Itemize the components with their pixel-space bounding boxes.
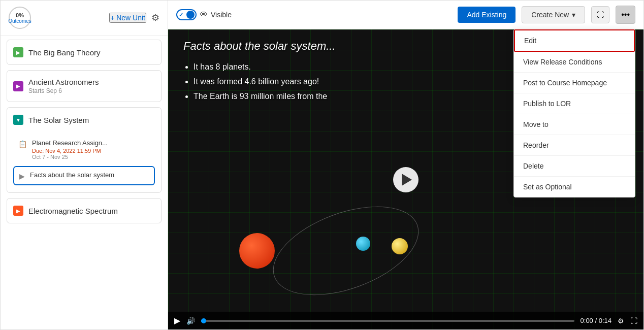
- unit-item-big-bang: ▶ The Big Bang Theory: [7, 40, 162, 65]
- menu-item-reorder[interactable]: Reorder: [514, 135, 635, 156]
- video-bullet-1: It has 8 planets.: [194, 60, 327, 75]
- video-bullet-3: The Earth is 93 million miles from the: [194, 89, 327, 104]
- add-existing-button[interactable]: Add Existing: [458, 7, 516, 23]
- sidebar: 0% Outcomes + New Unit ⚙ ▶ The Big Bang …: [1, 1, 168, 329]
- document-icon: 📋: [18, 140, 27, 148]
- unit-title-em-spectrum: Electromagnetic Spectrum: [28, 207, 118, 215]
- menu-item-view-release[interactable]: View Release Conditions: [514, 52, 635, 73]
- menu-item-edit[interactable]: Edit: [514, 29, 635, 52]
- unit-children-solar-system: 📋 Planet Research Assign... Due: Nov 4, …: [7, 132, 161, 192]
- planet-red: [239, 233, 275, 269]
- unit-item-em-spectrum: ▶ Electromagnetic Spectrum: [7, 198, 162, 223]
- chevron-down-icon: ▾: [572, 11, 575, 19]
- content-toolbar: ✓ 👁 Visible Add Existing Create New ▾ ⛶ …: [168, 1, 643, 29]
- toggle-knob: [186, 11, 195, 19]
- unit-title-group-ancient: Ancient Astronomers Starts Sep 6: [28, 78, 99, 94]
- unit-header-big-bang[interactable]: ▶ The Big Bang Theory: [7, 40, 161, 64]
- unit-arrow-solar-system: ▼: [13, 115, 23, 125]
- more-options-button[interactable]: •••: [616, 6, 635, 24]
- progress-dot: [201, 318, 206, 323]
- unit-subtitle-ancient-astronomers: Starts Sep 6: [28, 87, 99, 94]
- unit-item-ancient-astronomers: ▶ Ancient Astronomers Starts Sep 6: [7, 70, 162, 102]
- list-item-planet-research[interactable]: 📋 Planet Research Assign... Due: Nov 4, …: [13, 135, 155, 164]
- unit-header-em-spectrum[interactable]: ▶ Electromagnetic Spectrum: [7, 199, 161, 223]
- play-triangle-icon: [402, 174, 412, 186]
- video-time: 0:00 / 0:14: [581, 317, 611, 324]
- eye-icon: 👁: [200, 10, 208, 19]
- unit-arrow-big-bang: ▶: [13, 47, 23, 57]
- unit-arrow-ancient-astronomers: ▶: [13, 81, 23, 91]
- new-unit-button[interactable]: + New Unit: [109, 13, 146, 23]
- gear-icon[interactable]: ⚙: [151, 12, 159, 23]
- child-title-facts-video: Facts about the solar system: [30, 171, 114, 179]
- create-new-label: Create New: [531, 11, 569, 19]
- outcomes-label: Outcomes: [8, 18, 31, 24]
- menu-item-delete[interactable]: Delete: [514, 156, 635, 177]
- video-bullets: It has 8 planets. It was formed 4.6 bill…: [183, 60, 327, 104]
- unit-title-ancient-astronomers: Ancient Astronomers: [28, 78, 99, 86]
- unit-header-ancient-astronomers[interactable]: ▶ Ancient Astronomers Starts Sep 6: [7, 71, 161, 102]
- create-new-button[interactable]: Create New ▾: [522, 6, 585, 23]
- progress-bar[interactable]: [201, 320, 574, 322]
- expand-icon: ⛶: [597, 11, 604, 19]
- list-item-facts-video[interactable]: ▶ Facts about the solar system: [13, 166, 155, 185]
- video-title-text: Facts about the solar system...: [183, 40, 336, 53]
- video-play-button[interactable]: [393, 167, 418, 192]
- video-settings-icon[interactable]: ⚙: [618, 317, 624, 325]
- unit-item-solar-system: ▼ The Solar System 📋 Planet Research Ass…: [7, 107, 162, 193]
- unit-title-solar-system: The Solar System: [28, 116, 89, 124]
- outcomes-percentage: 0%: [16, 12, 24, 18]
- video-bullet-2: It was formed 4.6 billion years ago!: [194, 75, 327, 89]
- visible-label: Visible: [211, 11, 232, 19]
- volume-button[interactable]: 🔊: [186, 317, 195, 325]
- app-container: 0% Outcomes + New Unit ⚙ ▶ The Big Bang …: [0, 0, 644, 330]
- dropdown-menu: Edit View Release Conditions Post to Cou…: [513, 29, 635, 197]
- video-controls: ▶ 🔊 0:00 / 0:14 ⚙ ⛶: [168, 312, 643, 329]
- outcomes-circle[interactable]: 0% Outcomes: [9, 7, 31, 29]
- fullscreen-button[interactable]: ⛶: [591, 6, 609, 23]
- menu-item-post-homepage[interactable]: Post to Course Homepage: [514, 73, 635, 93]
- menu-item-set-optional[interactable]: Set as Optional: [514, 177, 635, 197]
- menu-item-publish-lor[interactable]: Publish to LOR: [514, 93, 635, 114]
- child-dates-planet-research: Oct 7 - Nov 25: [32, 154, 108, 160]
- sidebar-scroll: ▶ The Big Bang Theory ▶ Ancient Astronom…: [1, 36, 168, 329]
- child-text-group-planet: Planet Research Assign... Due: Nov 4, 20…: [32, 139, 108, 160]
- content-area: ✓ 👁 Visible Add Existing Create New ▾ ⛶ …: [168, 1, 643, 329]
- check-icon: ✓: [179, 12, 183, 18]
- unit-arrow-em-spectrum: ▶: [13, 206, 23, 216]
- menu-item-move-to[interactable]: Move to: [514, 114, 635, 135]
- planet-blue: [356, 237, 370, 251]
- child-text-group-facts: Facts about the solar system: [30, 171, 114, 179]
- child-due-planet-research: Due: Nov 4, 2022 11:59 PM: [32, 148, 108, 154]
- play-pause-button[interactable]: ▶: [174, 316, 180, 325]
- video-fullscreen-icon[interactable]: ⛶: [630, 317, 637, 325]
- planet-yellow: [392, 238, 408, 254]
- unit-title-big-bang: The Big Bang Theory: [28, 48, 100, 57]
- video-icon: ▶: [19, 172, 25, 180]
- sidebar-header: 0% Outcomes + New Unit ⚙: [1, 1, 168, 36]
- toggle-container: ✓ 👁 Visible: [176, 9, 232, 20]
- unit-header-solar-system[interactable]: ▼ The Solar System: [7, 108, 161, 132]
- visibility-toggle[interactable]: ✓: [176, 9, 197, 20]
- more-icon: •••: [621, 10, 630, 19]
- child-title-planet-research: Planet Research Assign...: [32, 139, 108, 147]
